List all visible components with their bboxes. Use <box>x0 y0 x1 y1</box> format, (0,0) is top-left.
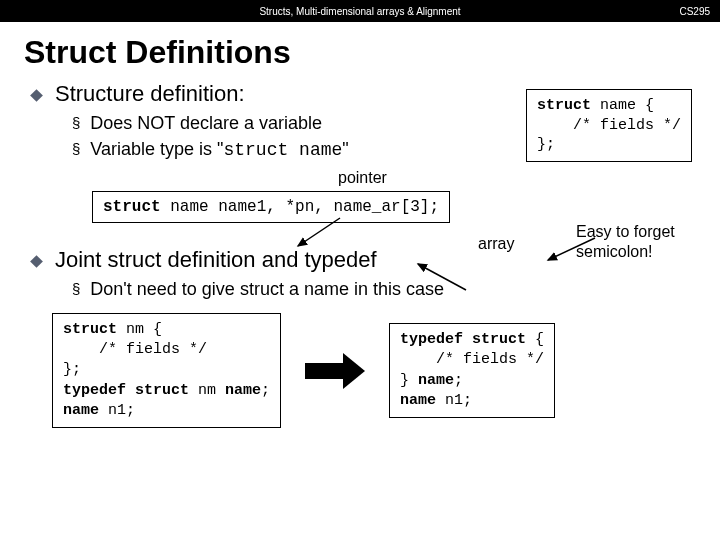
sub-bullet-3: § Don't need to give struct a name in th… <box>72 277 692 301</box>
header-bar: Structs, Multi-dimensional arrays & Alig… <box>0 0 720 22</box>
diamond-icon <box>30 255 43 268</box>
sub-text: Don't need to give struct a name in this… <box>90 277 444 301</box>
slide-title: Struct Definitions <box>0 22 720 81</box>
sub-bullet-2: § Variable type is "struct name" <box>72 137 516 162</box>
sub-bullet-1: § Does NOT declare a variable <box>72 111 516 135</box>
code-left-typedef: struct nm { /* fields */ }; typedef stru… <box>52 313 281 428</box>
sub-text: Does NOT declare a variable <box>90 111 322 135</box>
header-title: Structs, Multi-dimensional arrays & Alig… <box>259 6 460 17</box>
sub-text: Variable type is "struct name" <box>90 137 348 162</box>
bullet-text: Structure definition: <box>55 81 245 107</box>
bullet-text: Joint struct definition and typedef <box>55 247 377 273</box>
section-icon: § <box>72 139 80 159</box>
code-struct-def: struct name { /* fields */ }; <box>526 89 692 162</box>
code-right-typedef: typedef struct { /* fields */ } name; na… <box>389 323 555 418</box>
section-icon: § <box>72 113 80 133</box>
header-course: CS295 <box>679 6 710 17</box>
section-icon: § <box>72 279 80 299</box>
bullet-structure-def: Structure definition: <box>28 81 516 107</box>
diamond-icon <box>30 89 43 102</box>
pointer-label: pointer <box>338 169 387 187</box>
arrow-right-icon <box>305 353 365 389</box>
code-declaration: struct name name1, *pn, name_ar[3]; <box>92 191 450 223</box>
array-label: array <box>478 235 514 253</box>
side-note: Easy to forget semicolon! <box>576 222 696 262</box>
